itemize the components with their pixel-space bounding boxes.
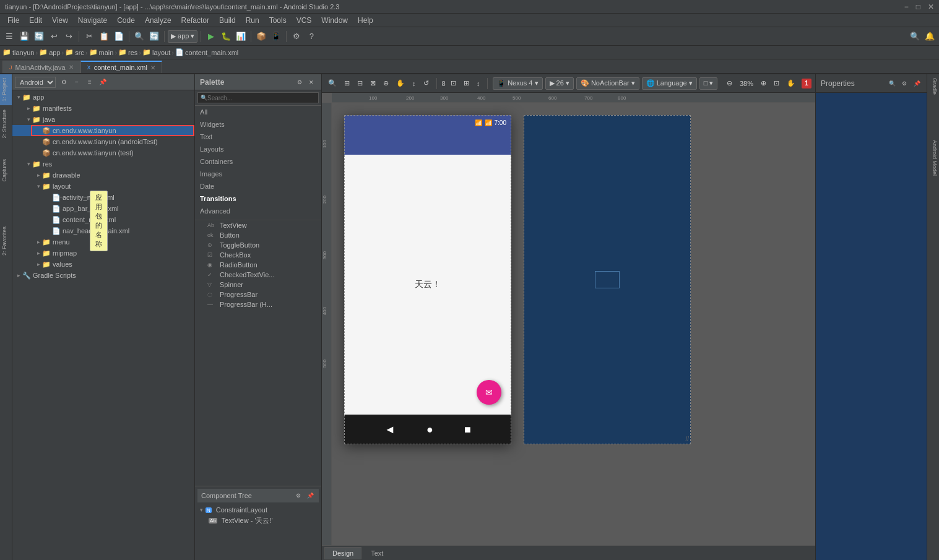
toolbar-search-btn[interactable]: 🔍 bbox=[908, 30, 922, 43]
menu-file[interactable]: File bbox=[2, 14, 24, 27]
bottom-tab-text[interactable]: Text bbox=[363, 547, 391, 559]
tree-values[interactable]: ▸ 📁 values bbox=[12, 259, 194, 270]
phone-fab-button[interactable]: ✉ bbox=[477, 380, 501, 405]
menu-tools[interactable]: Tools bbox=[264, 14, 292, 27]
side-tab-android-model[interactable]: Android Model bbox=[927, 136, 939, 179]
component-tree-settings[interactable]: ⚙ bbox=[293, 491, 303, 501]
device-dropdown[interactable]: 📱 Nexus 4 ▾ bbox=[493, 77, 542, 90]
menu-run[interactable]: Run bbox=[241, 14, 264, 27]
tree-res[interactable]: ▾ 📁 res bbox=[12, 158, 194, 170]
palette-close-btn[interactable]: ✕ bbox=[306, 77, 316, 87]
palette-item-checkbox[interactable]: ☑ CheckBox bbox=[195, 250, 321, 260]
toolbar-debug-btn[interactable]: 🐛 bbox=[219, 30, 233, 43]
project-pin-btn[interactable]: 📌 bbox=[97, 77, 108, 88]
close-button[interactable]: ✕ bbox=[928, 2, 934, 11]
side-tab-captures[interactable]: Captures bbox=[0, 155, 12, 186]
design-pan-btn[interactable]: ✋ bbox=[394, 76, 407, 91]
palette-item-progressbar[interactable]: ◌ ProgressBar bbox=[195, 290, 321, 299]
palette-cat-containers[interactable]: Containers bbox=[195, 155, 321, 168]
language-dropdown[interactable]: 🌐 Language ▾ bbox=[642, 77, 697, 90]
toolbar-copy-btn[interactable]: 📋 bbox=[97, 30, 111, 43]
phone-back-btn[interactable]: ◄ bbox=[384, 423, 396, 436]
menu-window[interactable]: Window bbox=[316, 14, 353, 27]
tree-java[interactable]: ▾ 📁 java bbox=[12, 114, 194, 125]
theme-dropdown[interactable]: 🎨 NoActionBar ▾ bbox=[576, 77, 639, 90]
project-view-select[interactable]: Android Project bbox=[15, 77, 56, 88]
menu-build[interactable]: Build bbox=[214, 14, 241, 27]
nav-src[interactable]: src bbox=[75, 49, 84, 56]
nav-main[interactable]: main bbox=[99, 49, 114, 56]
toolbar-cut-btn[interactable]: ✂ bbox=[82, 30, 96, 43]
tab-mainactivity[interactable]: J MainActivity.java ✕ bbox=[2, 61, 80, 73]
comp-constraint-layout[interactable]: ▾ N ConstraintLayout bbox=[197, 505, 319, 515]
toolbar-avd-btn[interactable]: 📱 bbox=[269, 30, 283, 43]
palette-cat-all[interactable]: All bbox=[195, 106, 321, 118]
palette-cat-date[interactable]: Date bbox=[195, 180, 321, 192]
properties-search-btn[interactable]: 🔍 bbox=[887, 79, 897, 88]
toolbar-redo-btn[interactable]: ↪ bbox=[62, 30, 76, 43]
palette-cat-widgets[interactable]: Widgets bbox=[195, 118, 321, 131]
toolbar-sync-btn[interactable]: 🔄 bbox=[32, 30, 46, 43]
menu-navigate[interactable]: Navigate bbox=[73, 14, 112, 27]
design-grid-btn[interactable]: ⊟ bbox=[355, 76, 365, 91]
side-tab-structure[interactable]: 2: Structure bbox=[0, 106, 12, 142]
menu-refactor[interactable]: Refactor bbox=[176, 14, 214, 27]
api-dropdown[interactable]: ▶ 26 ▾ bbox=[545, 77, 574, 90]
design-fullscreen-btn[interactable]: ⊞ bbox=[342, 76, 352, 91]
component-tree-pin[interactable]: 📌 bbox=[305, 491, 315, 501]
tree-package-test[interactable]: 📦 cn.endv.www.tianyun (test) bbox=[12, 147, 194, 158]
toolbar-settings-btn[interactable]: ⚙ bbox=[290, 30, 303, 43]
minimize-button[interactable]: − bbox=[904, 2, 909, 11]
palette-item-spinner[interactable]: ▽ Spinner bbox=[195, 280, 321, 290]
toolbar-undo-btn[interactable]: ↩ bbox=[47, 30, 61, 43]
phone-home-btn[interactable]: ● bbox=[426, 423, 433, 436]
palette-item-button[interactable]: ok Button bbox=[195, 230, 321, 240]
menu-analyze[interactable]: Analyze bbox=[140, 14, 176, 27]
zoom-out-btn[interactable]: ⊖ bbox=[724, 76, 735, 91]
project-sync-btn[interactable]: ⚙ bbox=[58, 77, 69, 88]
toolbar-save-btn[interactable]: 💾 bbox=[17, 30, 31, 43]
tab-content-main-close[interactable]: ✕ bbox=[150, 64, 155, 71]
toolbar-find-btn[interactable]: 🔍 bbox=[132, 30, 146, 43]
tree-package-main[interactable]: 📦 cn.endv.www.tianyun bbox=[12, 125, 194, 136]
palette-cat-transitions[interactable]: Transitions bbox=[195, 192, 321, 205]
menu-code[interactable]: Code bbox=[112, 14, 140, 27]
palette-cat-advanced[interactable]: Advanced bbox=[195, 205, 321, 217]
tree-drawable[interactable]: ▸ 📁 drawable bbox=[12, 170, 194, 181]
palette-cat-images[interactable]: Images bbox=[195, 168, 321, 180]
palette-item-progressbar-h[interactable]: — ProgressBar (H... bbox=[195, 299, 321, 309]
palette-item-radiobutton[interactable]: ◉ RadioButton bbox=[195, 260, 321, 270]
palette-cat-layouts[interactable]: Layouts bbox=[195, 143, 321, 155]
nav-tianyun[interactable]: tianyun bbox=[12, 49, 34, 56]
tree-app[interactable]: ▾ 📁 app bbox=[12, 92, 194, 103]
tree-gradle-scripts[interactable]: ▸ 🔧 Gradle Scripts bbox=[12, 270, 194, 281]
properties-pin-btn[interactable]: 📌 bbox=[912, 79, 922, 88]
toolbar-run-btn[interactable]: ▶ bbox=[204, 30, 218, 43]
side-tab-project[interactable]: 1: Project bbox=[0, 74, 12, 105]
design-arrow-btn[interactable]: ↕ bbox=[410, 76, 418, 91]
zoom-in-btn[interactable]: ⊕ bbox=[758, 76, 769, 91]
nav-layout[interactable]: layout bbox=[152, 49, 170, 56]
toolbar-replace-btn[interactable]: 🔄 bbox=[147, 30, 161, 43]
side-tab-gradle[interactable]: Gradle bbox=[927, 74, 939, 98]
menu-edit[interactable]: Edit bbox=[24, 14, 47, 27]
tab-mainactivity-close[interactable]: ✕ bbox=[69, 64, 74, 71]
nav-app[interactable]: app bbox=[49, 49, 60, 56]
menu-vcs[interactable]: VCS bbox=[292, 14, 317, 27]
tree-manifests[interactable]: ▸ 📁 manifests bbox=[12, 103, 194, 114]
toolbar-profile-btn[interactable]: 📊 bbox=[234, 30, 248, 43]
palette-cat-text[interactable]: Text bbox=[195, 131, 321, 143]
menu-view[interactable]: View bbox=[47, 14, 73, 27]
bottom-tab-design[interactable]: Design bbox=[324, 547, 361, 559]
toolbar-help-btn[interactable]: ? bbox=[305, 30, 318, 43]
palette-item-checkedtextview[interactable]: ✓ CheckedTextVie... bbox=[195, 270, 321, 280]
comp-textview[interactable]: Ab TextView - '天云!' bbox=[197, 515, 319, 527]
phone-recents-btn[interactable]: ■ bbox=[464, 423, 471, 436]
canvas-scroll-area[interactable]: 📶 📶 7:00 天云！ ✉ bbox=[332, 103, 815, 545]
design-refresh-btn[interactable]: ↺ bbox=[421, 76, 431, 91]
nav-content-main[interactable]: content_main.xml bbox=[185, 49, 238, 56]
menu-help[interactable]: Help bbox=[353, 14, 378, 27]
design-margin-btn[interactable]: ⊡ bbox=[448, 76, 459, 91]
palette-settings-btn[interactable]: ⚙ bbox=[295, 77, 305, 87]
nav-res[interactable]: res bbox=[128, 49, 137, 56]
